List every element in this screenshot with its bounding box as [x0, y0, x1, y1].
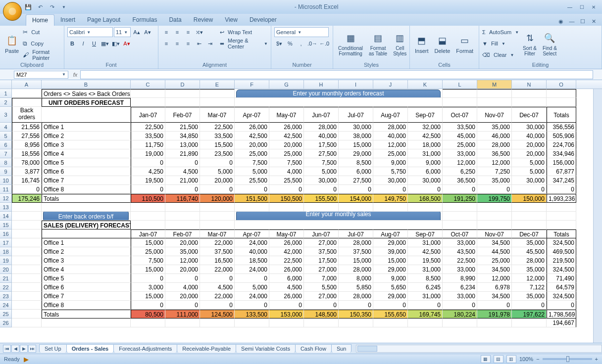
copy-button[interactable]: Copy	[31, 41, 44, 46]
cell[interactable]: 36,500	[443, 176, 477, 185]
row-header[interactable]: 13	[0, 203, 12, 212]
cell[interactable]	[165, 203, 200, 212]
cell[interactable]: 0	[131, 185, 165, 194]
cell[interactable]: 22,500	[131, 123, 165, 132]
cell[interactable]: 324,500	[547, 292, 576, 301]
cell[interactable]: 35,000	[512, 238, 547, 247]
row-header[interactable]: 16	[0, 229, 12, 238]
cell[interactable]: 30,000	[339, 123, 373, 132]
cell[interactable]: 505,906	[547, 132, 576, 140]
cell[interactable]: 124,500	[200, 310, 235, 318]
page-layout-view-button[interactable]: ▤	[494, 355, 503, 363]
column-header[interactable]: G	[269, 80, 304, 89]
cell[interactable]: 20,000	[200, 176, 235, 185]
cell[interactable]: 25,000	[235, 149, 269, 158]
cell[interactable]: 33,000	[443, 238, 477, 247]
cell[interactable]: 324,500	[547, 238, 576, 247]
column-header[interactable]: H	[304, 80, 339, 89]
cell[interactable]: 30,000	[304, 176, 339, 185]
ribbon-tab-page-layout[interactable]: Page Layout	[81, 14, 126, 26]
cell[interactable]: 28,000	[339, 238, 373, 247]
shrink-font-button[interactable]: A▾	[143, 27, 152, 37]
cell[interactable]	[200, 89, 235, 98]
cell[interactable]: 19,500	[131, 176, 165, 185]
column-header[interactable]: C	[131, 80, 165, 89]
cell[interactable]: 8,956	[12, 140, 42, 149]
cell[interactable]: 191,250	[443, 194, 477, 203]
cell[interactable]: 40,000	[512, 132, 547, 140]
cell[interactable]: 19,000	[131, 149, 165, 158]
sort-filter-button[interactable]: ⇅Sort & Filter	[521, 27, 539, 61]
cell[interactable]: 17,500	[304, 140, 339, 149]
cell[interactable]: 23,500	[200, 149, 235, 158]
cell[interactable]	[477, 203, 512, 212]
cell[interactable]	[269, 318, 304, 327]
cell[interactable]	[235, 221, 443, 229]
month-header[interactable]: Jul-07	[339, 107, 373, 123]
cell[interactable]: 31,000	[408, 292, 443, 301]
cell[interactable]: 42,500	[408, 132, 443, 140]
cell[interactable]: 27,500	[304, 149, 339, 158]
cell[interactable]: 30,000	[512, 123, 547, 132]
ribbon-tab-data[interactable]: Data	[163, 14, 187, 26]
cell[interactable]	[512, 221, 547, 229]
border-button[interactable]: ▦▾	[100, 39, 110, 48]
column-header[interactable]: I	[339, 80, 373, 89]
cell[interactable]: 46,000	[477, 132, 512, 140]
cell[interactable]: 21,890	[165, 149, 200, 158]
cell[interactable]	[131, 212, 165, 221]
cell[interactable]: 5,000	[512, 158, 547, 167]
cell[interactable]: 224,706	[547, 140, 576, 149]
cell[interactable]: 3,000	[131, 283, 165, 292]
align-middle-button[interactable]: ≡	[172, 27, 182, 37]
cell[interactable]: 0	[131, 274, 165, 283]
conditional-formatting-button[interactable]: ▦Conditional Formatting	[336, 27, 365, 61]
cell[interactable]: 40,000	[304, 132, 339, 140]
cell[interactable]: 1,993,236	[547, 194, 576, 203]
cell[interactable]: 0	[547, 185, 576, 194]
cell[interactable]	[373, 318, 408, 327]
cell[interactable]: 5,750	[373, 167, 408, 176]
cell[interactable]: 45,000	[443, 132, 477, 140]
cell[interactable]: 22,500	[443, 256, 477, 265]
cell[interactable]: 0	[304, 185, 339, 194]
cell[interactable]: 18,500	[235, 256, 269, 265]
cell[interactable]: 7,500	[235, 158, 269, 167]
row-header[interactable]: 7	[0, 149, 12, 158]
cell[interactable]: 5,000	[235, 167, 269, 176]
cell[interactable]: 0	[165, 185, 200, 194]
comma-button[interactable]: ,	[296, 39, 306, 48]
column-header[interactable]: J	[373, 80, 408, 89]
cell[interactable]	[12, 89, 42, 98]
autosum-button[interactable]: AutoSum	[489, 29, 511, 35]
cell[interactable]	[200, 98, 235, 107]
cell[interactable]: Mar-07	[200, 229, 235, 238]
cell[interactable]	[512, 98, 547, 107]
cell[interactable]	[339, 318, 373, 327]
cell[interactable]	[408, 203, 443, 212]
cell[interactable]: 45,500	[512, 247, 547, 256]
cell[interactable]: 64,579	[547, 283, 576, 292]
cell[interactable]: 67,877	[547, 167, 576, 176]
zoom-level[interactable]: 100%	[519, 356, 533, 362]
cell[interactable]: 28,000	[304, 123, 339, 132]
tab-prev-button[interactable]: ◀	[11, 345, 19, 353]
cell[interactable]: 28,000	[373, 123, 408, 132]
cell[interactable]: 0	[235, 185, 269, 194]
cell[interactable]: 149,750	[373, 194, 408, 203]
cell[interactable]: 6,250	[443, 167, 477, 176]
cell[interactable]	[12, 301, 42, 310]
cell[interactable]: 3,877	[12, 167, 42, 176]
ribbon-tab-review[interactable]: Review	[188, 14, 219, 26]
cell[interactable]	[12, 238, 42, 247]
percent-button[interactable]: %	[285, 39, 295, 48]
undo-icon[interactable]: ↶	[36, 2, 45, 11]
formula-bar[interactable]	[80, 70, 593, 79]
row-header[interactable]: 24	[0, 301, 12, 310]
cell-styles-button[interactable]: ▥Cell Styles	[391, 27, 408, 61]
cell[interactable]: 0	[269, 185, 304, 194]
column-header[interactable]: E	[200, 80, 235, 89]
cell[interactable]	[165, 318, 200, 327]
scrollbar-thumb[interactable]	[357, 346, 377, 352]
cell[interactable]: 20,000	[269, 140, 304, 149]
